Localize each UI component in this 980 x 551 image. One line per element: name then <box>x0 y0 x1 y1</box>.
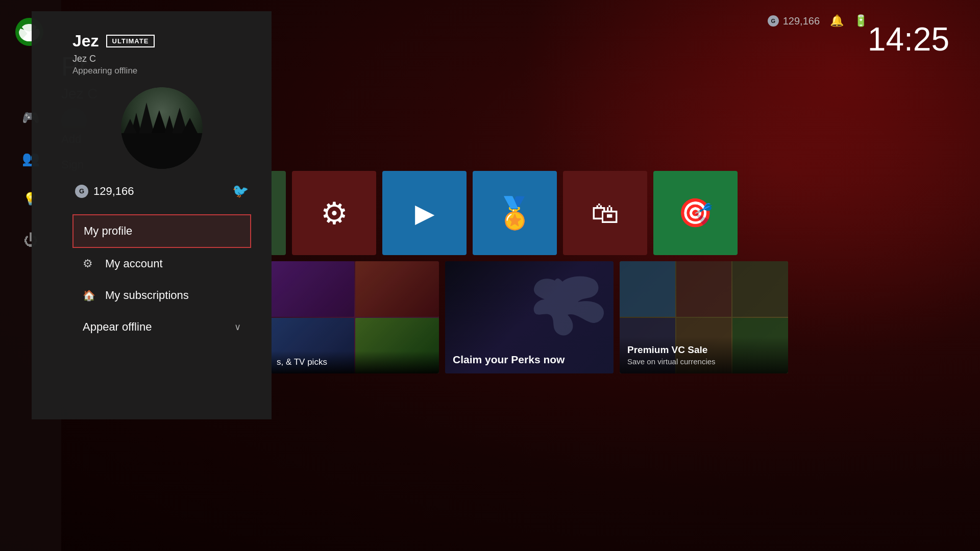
main-content: ⚙ ▶ 🏅 🛍 🎯 <box>271 171 980 551</box>
my-account-icon: ⚙ <box>83 257 97 270</box>
tile-perks[interactable]: Claim your Perks now <box>445 261 614 373</box>
profile-panel: Jez ULTIMATE Jez C Appearing offline <box>32 11 272 419</box>
profile-username-row: Jez ULTIMATE <box>72 32 251 51</box>
perks-title: Claim your Perks now <box>453 354 565 365</box>
gamerscore-g-icon: G <box>75 185 88 198</box>
tile-store[interactable]: 🛍 <box>563 171 647 255</box>
mini-game-1 <box>620 261 675 317</box>
profile-status: Appearing offline <box>72 66 251 76</box>
menu-item-my-account[interactable]: ⚙ My account <box>72 248 251 280</box>
profile-gamertag: Jez C <box>72 54 251 64</box>
tile-settings[interactable]: ⚙ <box>292 171 376 255</box>
time-display: 14:25 <box>868 20 949 58</box>
my-profile-label: My profile <box>84 224 240 238</box>
tiles-row-2: s, & TV picks Claim your Perks now <box>271 261 980 373</box>
gamerscore-number: 129,166 <box>93 185 134 198</box>
my-account-label: My account <box>105 257 241 270</box>
menu-item-appear-offline[interactable]: Appear offline ∨ <box>72 311 251 343</box>
gamerscore-left: G 129,166 <box>75 185 134 198</box>
gamerscore-display: G 129,166 <box>768 15 820 27</box>
notification-bell-icon[interactable]: 🔔 <box>830 14 844 28</box>
achievements-medal-icon: 🏅 <box>496 195 534 231</box>
gamerscore-value: 129,166 <box>783 15 820 27</box>
battery-icon: 🔋 <box>854 14 868 28</box>
my-subscriptions-icon: 🏠 <box>83 289 97 302</box>
menu-item-my-subscriptions[interactable]: 🏠 My subscriptions <box>72 280 251 311</box>
tile-premium-text: Premium VC Sale Save on virtual currenci… <box>620 337 788 373</box>
tile-games-tv[interactable]: s, & TV picks <box>271 261 439 373</box>
twitter-icon[interactable]: 🐦 <box>232 183 249 199</box>
premium-subtitle: Save on virtual currencies <box>627 357 780 366</box>
chevron-down-icon: ∨ <box>234 321 241 333</box>
games-tile-label: s, & TV picks <box>277 357 327 367</box>
tile-perks-bg: Claim your Perks now <box>445 261 614 373</box>
menu-item-my-profile[interactable]: My profile <box>72 214 251 248</box>
ultimate-badge: ULTIMATE <box>106 35 155 47</box>
mini-game-3 <box>732 261 788 317</box>
my-subscriptions-label: My subscriptions <box>105 289 241 302</box>
profile-username: Jez <box>72 32 99 51</box>
tile-gamepass[interactable]: 🎯 <box>653 171 738 255</box>
tile-premium-vc[interactable]: Premium VC Sale Save on virtual currenci… <box>620 261 788 373</box>
tile-games-bg: s, & TV picks <box>271 261 439 373</box>
gamerscore-row: G 129,166 🐦 <box>72 183 251 199</box>
profile-menu: My profile ⚙ My account 🏠 My subscriptio… <box>72 214 251 343</box>
premium-title: Premium VC Sale <box>627 344 780 356</box>
profile-avatar <box>121 87 203 169</box>
svg-rect-2 <box>121 133 203 169</box>
store-bag-icon: 🛍 <box>591 197 619 230</box>
gamepass-icon: 🎯 <box>678 196 713 230</box>
media-play-icon: ▶ <box>415 198 434 228</box>
g-icon: G <box>768 15 779 27</box>
settings-gear-icon: ⚙ <box>321 195 348 231</box>
appear-offline-label: Appear offline <box>83 320 226 334</box>
avatar-forest-bg <box>121 87 203 169</box>
mini-game-2 <box>676 261 732 317</box>
tile-achievements[interactable]: 🏅 <box>473 171 557 255</box>
tile-unknown[interactable] <box>271 171 286 255</box>
tile-perks-text: Claim your Perks now <box>453 354 565 366</box>
tiles-row-1: ⚙ ▶ 🏅 🛍 🎯 <box>271 171 980 255</box>
status-bar: G 129,166 🔔 🔋 <box>768 14 868 28</box>
tile-media[interactable]: ▶ <box>382 171 467 255</box>
